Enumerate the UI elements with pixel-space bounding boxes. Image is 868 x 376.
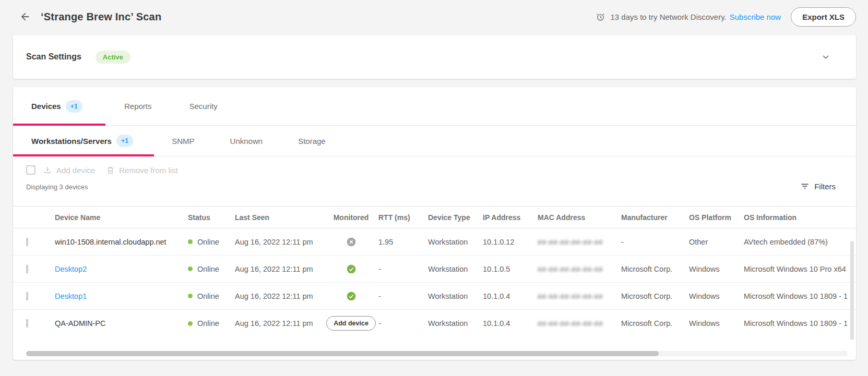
devices-table: Device Name Status Last Seen Monitored R… xyxy=(13,206,856,337)
back-button[interactable] xyxy=(16,8,34,26)
scan-settings-card: Scan Settings Active xyxy=(13,35,856,79)
horizontal-scrollbar-thumb[interactable] xyxy=(26,351,659,356)
col-os-platform[interactable]: OS Platform xyxy=(686,213,741,222)
status-label: Online xyxy=(197,238,219,246)
col-mac-address[interactable]: MAC Address xyxy=(535,213,619,222)
select-all-checkbox[interactable] xyxy=(26,165,35,175)
os-platform: Other xyxy=(686,238,741,246)
alarm-clock-icon xyxy=(596,12,605,22)
status-cell: Online xyxy=(185,265,232,273)
table-row: QA-ADMIN-PC Online Aug 16, 2022 12:11 pm… xyxy=(13,310,856,337)
os-platform: Windows xyxy=(686,292,741,300)
devices-panel: Devices +1 Reports Security Workstations… xyxy=(13,87,856,360)
ip-address: 10.1.0.4 xyxy=(480,319,535,328)
tab-reports-label: Reports xyxy=(124,102,152,111)
arrow-left-icon xyxy=(19,11,31,22)
add-device-action-label: Add device xyxy=(56,166,95,175)
manufacturer: - xyxy=(619,238,686,246)
monitored-cell xyxy=(326,264,376,274)
os-platform: Windows xyxy=(686,265,741,273)
col-last-seen[interactable]: Last Seen xyxy=(232,213,326,222)
status-label: Online xyxy=(197,292,219,300)
monitored-check-icon xyxy=(346,291,356,301)
subtab-snmp[interactable]: SNMP xyxy=(154,126,212,156)
filter-icon xyxy=(800,181,810,191)
table-row: Desktop2 Online Aug 16, 2022 12:11 pm - … xyxy=(13,256,856,283)
row-checkbox[interactable] xyxy=(26,319,28,328)
manufacturer: Microsoft Corp. xyxy=(619,265,686,273)
export-xls-button[interactable]: Export XLS xyxy=(791,7,856,27)
last-seen: Aug 16, 2022 12:11 pm xyxy=(232,319,326,328)
mac-address-redacted: ##-##-##-##-##-## xyxy=(538,265,603,273)
subtab-workstations-label: Workstations/Servers xyxy=(31,137,112,145)
mac-address-redacted: ##-##-##-##-##-## xyxy=(538,320,603,328)
row-checkbox[interactable] xyxy=(26,292,28,300)
status-cell: Online xyxy=(185,238,232,246)
row-checkbox[interactable] xyxy=(26,265,28,273)
subtab-workstations-servers[interactable]: Workstations/Servers +1 xyxy=(13,126,154,156)
status-label: Online xyxy=(197,265,219,273)
online-dot-icon xyxy=(188,266,193,271)
chevron-down-icon xyxy=(821,52,831,62)
table-header-row: Device Name Status Last Seen Monitored R… xyxy=(13,207,856,228)
row-checkbox[interactable] xyxy=(26,238,28,246)
os-platform: Windows xyxy=(686,319,741,328)
device-type: Workstation xyxy=(425,265,480,273)
subtab-workstations-badge: +1 xyxy=(116,135,133,147)
online-dot-icon xyxy=(188,239,193,244)
subtab-storage[interactable]: Storage xyxy=(280,126,343,156)
subscribe-now-link[interactable]: Subscribe now xyxy=(730,13,781,21)
online-dot-icon xyxy=(188,321,193,326)
col-device-type[interactable]: Device Type xyxy=(425,213,480,222)
table-toolbar: Add device Remove from list Displaying 3… xyxy=(13,156,856,196)
monitored-check-icon xyxy=(346,264,356,274)
col-manufacturer[interactable]: Manufacturer xyxy=(619,213,686,222)
page-title: ‘Strange Brew Inc’ Scan xyxy=(41,11,161,23)
device-type: Workstation xyxy=(425,319,480,328)
last-seen: Aug 16, 2022 12:11 pm xyxy=(232,292,326,300)
ip-address: 10.1.0.4 xyxy=(480,292,535,300)
monitored-cell: Add device xyxy=(326,316,376,331)
col-monitored[interactable]: Monitored xyxy=(326,213,376,222)
scan-settings-title: Scan Settings xyxy=(26,52,81,62)
device-name: QA-ADMIN-PC xyxy=(52,319,185,328)
col-os-information[interactable]: OS Information xyxy=(741,213,856,222)
tab-security[interactable]: Security xyxy=(171,87,236,125)
rtt-value: - xyxy=(376,292,425,300)
tab-devices[interactable]: Devices +1 xyxy=(13,87,105,125)
col-status[interactable]: Status xyxy=(185,213,232,222)
add-device-action[interactable]: Add device xyxy=(43,165,95,175)
vertical-scrollbar[interactable] xyxy=(850,241,854,340)
horizontal-scrollbar-track[interactable] xyxy=(26,351,848,356)
device-name-link[interactable]: Desktop1 xyxy=(52,292,185,300)
device-name-link[interactable]: Desktop2 xyxy=(52,265,185,273)
status-cell: Online xyxy=(185,319,232,328)
remove-from-list-action[interactable]: Remove from list xyxy=(106,166,178,175)
expand-scan-settings-button[interactable] xyxy=(821,52,831,62)
filters-button[interactable]: Filters xyxy=(800,181,836,191)
filters-button-label: Filters xyxy=(814,182,836,191)
ip-address: 10.1.0.12 xyxy=(480,238,535,246)
monitored-cell xyxy=(326,237,376,247)
table-row: win10-1508.internal.cloudapp.net Online … xyxy=(13,228,856,256)
device-subtabs: Workstations/Servers +1 SNMP Unknown Sto… xyxy=(13,126,856,156)
subtab-unknown-label: Unknown xyxy=(230,137,263,145)
subtab-unknown[interactable]: Unknown xyxy=(212,126,281,156)
add-device-row-button[interactable]: Add device xyxy=(326,316,376,331)
monitored-cell xyxy=(326,291,376,301)
not-monitored-icon xyxy=(346,237,356,247)
col-rtt[interactable]: RTT (ms) xyxy=(376,213,425,222)
rtt-value: - xyxy=(376,319,425,328)
device-name: win10-1508.internal.cloudapp.net xyxy=(52,238,185,246)
subtab-snmp-label: SNMP xyxy=(172,137,194,145)
col-device-name[interactable]: Device Name xyxy=(52,213,185,222)
tab-reports[interactable]: Reports xyxy=(105,87,171,125)
table-row: Desktop1 Online Aug 16, 2022 12:11 pm - … xyxy=(13,283,856,310)
rtt-value: - xyxy=(376,265,425,273)
rtt-value: 1.95 xyxy=(376,238,425,246)
tab-devices-badge: +1 xyxy=(66,100,82,113)
download-icon xyxy=(43,165,52,175)
os-information: AVtech embedded (87%) xyxy=(741,238,856,246)
col-ip-address[interactable]: IP Address xyxy=(480,213,535,222)
os-information: Microsoft Windows 10 1809 - 1 xyxy=(741,319,856,328)
